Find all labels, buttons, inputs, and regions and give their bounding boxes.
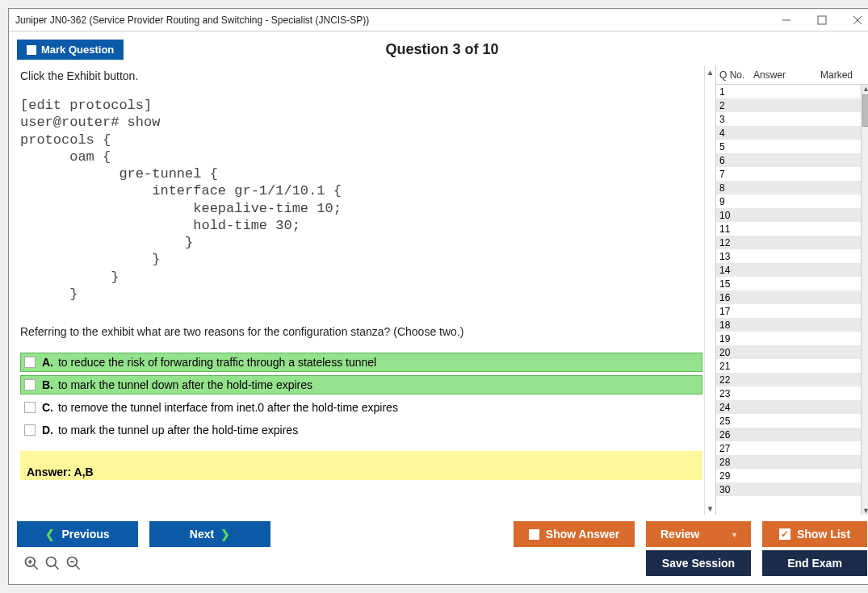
- nav-row-number: 27: [719, 443, 753, 454]
- minimize-icon: [782, 15, 791, 25]
- zoom-in-button[interactable]: [44, 555, 61, 574]
- scroll-down-icon: [707, 504, 715, 513]
- nav-row[interactable]: 11: [716, 222, 861, 236]
- nav-row[interactable]: 22: [716, 373, 861, 386]
- nav-row[interactable]: 23: [716, 386, 861, 400]
- nav-row[interactable]: 27: [716, 441, 861, 455]
- nav-row-number: 3: [719, 114, 753, 125]
- nav-list[interactable]: 1234567891011121314151617181920212223242…: [716, 85, 861, 515]
- nav-scrollbar[interactable]: [861, 85, 868, 515]
- nav-row-number: 7: [719, 169, 753, 180]
- col-marked: Marked: [802, 69, 867, 81]
- button-row-2: Save Session End Exam: [14, 550, 868, 579]
- zoom-reset-button[interactable]: [23, 555, 40, 574]
- nav-row[interactable]: 24: [716, 400, 861, 414]
- nav-row-number: 10: [719, 210, 753, 221]
- nav-row-number: 12: [719, 237, 753, 248]
- nav-row[interactable]: 10: [716, 208, 861, 222]
- window-controls: [769, 9, 868, 31]
- nav-scroll-thumb[interactable]: [862, 94, 868, 127]
- nav-row-number: 19: [719, 333, 753, 345]
- window-body: Mark Question Question 3 of 10 Click the…: [9, 31, 868, 584]
- nav-row[interactable]: 6: [716, 153, 861, 167]
- option-c[interactable]: C. to remove the tunnel interface from i…: [20, 398, 702, 417]
- nav-row[interactable]: 16: [716, 290, 861, 304]
- exhibit-code: [edit protocols] user@router# show proto…: [20, 97, 702, 303]
- nav-row[interactable]: 5: [716, 140, 861, 153]
- next-button[interactable]: Next ❯: [149, 521, 270, 547]
- chevron-left-icon: ❮: [45, 528, 55, 541]
- nav-row-number: 21: [719, 361, 753, 372]
- nav-row[interactable]: 14: [716, 263, 861, 277]
- nav-row[interactable]: 4: [716, 126, 861, 140]
- close-icon: [853, 15, 862, 25]
- nav-row[interactable]: 13: [716, 249, 861, 263]
- nav-row[interactable]: 1: [716, 85, 861, 98]
- nav-row[interactable]: 30: [716, 482, 861, 496]
- maximize-button[interactable]: [804, 9, 840, 31]
- nav-row[interactable]: 3: [716, 112, 861, 126]
- svg-rect-1: [818, 16, 826, 24]
- answer-box: Answer: A,B: [20, 451, 702, 480]
- nav-row[interactable]: 7: [716, 167, 861, 181]
- zoom-out-icon: [65, 555, 82, 571]
- nav-row[interactable]: 12: [716, 236, 861, 249]
- nav-row-number: 13: [719, 251, 753, 262]
- content-row: Click the Exhibit button. [edit protocol…: [14, 66, 868, 515]
- nav-row[interactable]: 28: [716, 455, 861, 469]
- option-checkbox-icon: [24, 357, 36, 368]
- end-exam-button[interactable]: End Exam: [762, 550, 867, 576]
- nav-row[interactable]: 29: [716, 469, 861, 482]
- nav-row[interactable]: 18: [716, 318, 861, 332]
- close-button[interactable]: [840, 9, 868, 31]
- nav-row[interactable]: 8: [716, 181, 861, 194]
- nav-row[interactable]: 9: [716, 194, 861, 208]
- nav-row-number: 29: [719, 470, 753, 482]
- mark-question-button[interactable]: Mark Question: [17, 40, 124, 60]
- option-checkbox-icon: [24, 402, 36, 413]
- previous-button[interactable]: ❮ Previous: [17, 521, 138, 547]
- nav-row[interactable]: 19: [716, 332, 861, 345]
- nav-row-number: 11: [719, 223, 753, 235]
- nav-body: 1234567891011121314151617181920212223242…: [716, 85, 868, 515]
- minimize-button[interactable]: [769, 9, 804, 31]
- nav-row-number: 22: [719, 374, 753, 386]
- maximize-icon: [817, 15, 827, 25]
- nav-row[interactable]: 2: [716, 98, 861, 112]
- save-session-button[interactable]: Save Session: [646, 550, 751, 576]
- show-answer-label: Show Answer: [546, 528, 619, 541]
- nav-row-number: 9: [719, 196, 753, 207]
- option-b[interactable]: B. to mark the tunnel down after the hol…: [20, 375, 702, 395]
- review-button[interactable]: Review ▾: [646, 521, 751, 547]
- option-a[interactable]: A. to reduce the risk of forwarding traf…: [20, 353, 702, 372]
- chevron-down-icon: ▾: [732, 530, 736, 539]
- nav-row-number: 30: [719, 484, 753, 495]
- nav-header: Q No. Answer Marked: [716, 66, 868, 85]
- nav-row[interactable]: 21: [716, 359, 861, 373]
- question-scrollbar[interactable]: [704, 66, 715, 515]
- option-d[interactable]: D. to mark the tunnel up after the hold-…: [20, 420, 702, 440]
- header-row: Mark Question Question 3 of 10: [17, 40, 867, 60]
- window-title: Juniper JN0-362 (Service Provider Routin…: [15, 15, 769, 26]
- nav-row-number: 6: [719, 155, 753, 166]
- nav-row[interactable]: 20: [716, 345, 861, 359]
- nav-row[interactable]: 17: [716, 304, 861, 318]
- option-text: D. to mark the tunnel up after the hold-…: [42, 424, 298, 436]
- show-list-button[interactable]: ✓ Show List: [762, 521, 867, 547]
- nav-row[interactable]: 26: [716, 428, 861, 441]
- nav-row-number: 23: [719, 388, 753, 399]
- nav-row-number: 2: [719, 100, 753, 111]
- zoom-icon: [44, 555, 61, 571]
- scroll-up-icon: [707, 68, 715, 77]
- titlebar: Juniper JN0-362 (Service Provider Routin…: [9, 9, 868, 31]
- option-text: C. to remove the tunnel interface from i…: [42, 401, 398, 414]
- zoom-controls: [17, 552, 88, 575]
- show-answer-checkbox-icon: [529, 529, 539, 540]
- nav-row[interactable]: 25: [716, 414, 861, 428]
- zoom-out-button[interactable]: [65, 555, 82, 574]
- nav-row-number: 1: [719, 86, 753, 98]
- show-answer-button[interactable]: Show Answer: [514, 521, 635, 547]
- nav-row[interactable]: 15: [716, 277, 861, 290]
- nav-row-number: 17: [719, 306, 753, 317]
- nav-row-number: 5: [719, 141, 753, 152]
